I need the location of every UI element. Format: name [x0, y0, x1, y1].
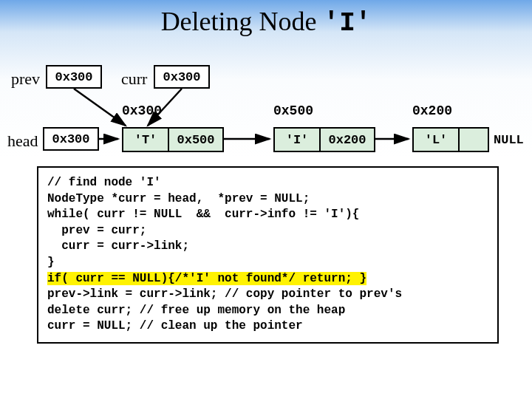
- addr-node-1: 0x300: [122, 103, 162, 118]
- node-2-info: 'I': [275, 129, 321, 151]
- code-line-8: prev->link = curr->link; // copy pointer…: [47, 287, 402, 301]
- node-2-link: 0x200: [321, 129, 374, 151]
- code-line-10: curr = NULL; // clean up the pointer: [47, 319, 303, 332]
- code-line-7: if( curr == NULL){/*'I' not found*/ retu…: [47, 272, 366, 285]
- curr-pointer-value: 0x300: [163, 70, 200, 84]
- null-label: NULL: [494, 133, 524, 147]
- curr-label: curr: [121, 69, 147, 89]
- code-line-3: while( curr != NULL && curr->info != 'I'…: [47, 208, 359, 221]
- node-3-info: 'L': [414, 129, 460, 151]
- node-3: 'L': [412, 127, 489, 152]
- node-3-link: [460, 129, 488, 151]
- code-line-9: delete curr; // free up memory on the he…: [47, 304, 345, 317]
- head-label: head: [7, 132, 38, 151]
- prev-pointer-box: 0x300: [46, 65, 102, 89]
- node-1-link: 0x500: [169, 129, 222, 151]
- node-1: 'T' 0x500: [122, 127, 224, 152]
- node-2: 'I' 0x200: [273, 127, 375, 152]
- code-line-5: curr = curr->link;: [47, 239, 189, 253]
- prev-pointer-value: 0x300: [55, 70, 92, 84]
- svg-line-0: [74, 89, 126, 126]
- code-line-2: NodeType *curr = head, *prev = NULL;: [47, 192, 310, 205]
- curr-pointer-box: 0x300: [154, 65, 210, 89]
- head-pointer-value: 0x300: [52, 132, 89, 146]
- prev-label: prev: [11, 69, 40, 89]
- addr-node-2: 0x500: [273, 103, 313, 118]
- code-line-1: // find node 'I': [47, 176, 161, 189]
- code-line-6: }: [47, 256, 55, 269]
- addr-node-3: 0x200: [412, 103, 452, 118]
- code-line-4: prev = curr;: [47, 224, 146, 237]
- node-1-info: 'T': [123, 129, 169, 151]
- code-block: // find node 'I' NodeType *curr = head, …: [37, 166, 499, 344]
- head-pointer-box: 0x300: [43, 127, 99, 151]
